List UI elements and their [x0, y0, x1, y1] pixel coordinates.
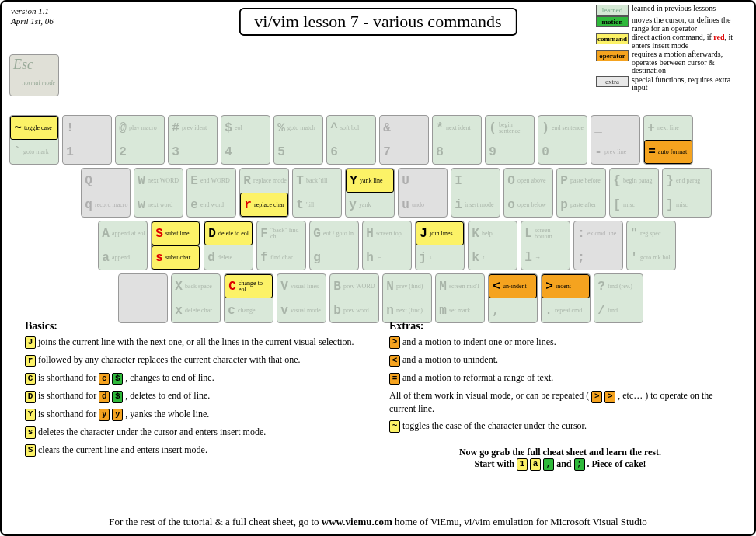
keycap: =auto format	[644, 140, 692, 164]
keycap: Cchange to eol	[225, 274, 273, 298]
keycap: U	[399, 169, 447, 193]
keycap: oopen below	[504, 193, 552, 217]
keycap: !	[63, 116, 111, 140]
key-W: Wnext WORDwnext word	[134, 168, 183, 218]
keycap: Khelp	[469, 221, 517, 245]
keycap: 3	[169, 140, 217, 164]
key-V: Vvisual linesvvisual mode	[277, 273, 326, 323]
key-R: Rreplace moderreplace char	[239, 168, 289, 218]
keycap: Yyank line	[346, 169, 394, 193]
keyboard-diagram: Escnormal mode ~toggle case`goto mark!1@…	[9, 54, 747, 326]
chip-tilde: ~	[389, 420, 400, 433]
keycap: ;	[574, 245, 622, 270]
key-%: %goto match5	[273, 115, 323, 165]
keycap: Hscreen top	[363, 221, 411, 245]
keycap: 7	[380, 140, 428, 164]
legend-motion-chip: motion	[596, 16, 629, 27]
keycap: qrecord macro	[82, 193, 130, 217]
key-I: Iiinsert mode	[451, 168, 500, 218]
keycap: Aappend at eol	[99, 221, 147, 245]
keycap: g	[310, 245, 358, 270]
legend-command-chip: command	[596, 33, 629, 44]
key-&: &7	[379, 115, 429, 165]
keycap: (begin sentence	[486, 116, 534, 140]
keycap: {begin parag	[610, 169, 658, 193]
keycap: ffind char	[257, 245, 305, 270]
extras-column: Extras: > and a motion to indent one or …	[381, 320, 739, 476]
keycap: uundo	[399, 193, 447, 217]
key-Y: Yyank lineyyank	[345, 168, 395, 218]
keycap: Geof / goto ln	[310, 221, 358, 245]
key-:: :ex cmd line;	[573, 221, 623, 270]
keycap: Jjoin lines	[416, 221, 464, 245]
keycap: >indent	[542, 274, 590, 298]
key-F: F"back" find chffind char	[256, 221, 306, 270]
key-?: ?find (rev.)/find	[594, 273, 643, 323]
version-info: version 1.1 April 1st, 06	[11, 6, 54, 26]
keycap: "reg spec	[627, 221, 675, 245]
key-": "reg spec'goto mk bol	[626, 221, 676, 270]
legend-learned-chip: learned	[596, 5, 629, 16]
keycap: 9	[486, 140, 534, 164]
keycap: *next ident	[433, 116, 481, 140]
key-<: <un-indent,	[488, 273, 538, 323]
keycap: h←	[363, 245, 411, 270]
keycap: j↓	[416, 245, 464, 270]
key-+: +next line=auto format	[643, 115, 693, 165]
key-S: Ssubst linessubst char	[151, 221, 200, 270]
key-K: Khelpk↑	[468, 221, 517, 270]
key-~: ~toggle case`goto mark	[9, 115, 59, 165]
keycap: F"back" find ch	[257, 221, 305, 245]
keycap: +next line	[644, 116, 692, 140]
key-L: Lscreen bottoml→	[521, 221, 570, 270]
key-@: @play macro2	[115, 115, 165, 165]
extras-heading: Extras:	[389, 320, 731, 332]
keycap: Vvisual lines	[277, 274, 326, 298]
keycap: yyank	[346, 193, 394, 217]
keycap: %goto match	[274, 116, 322, 140]
keycap: vvisual mode	[277, 298, 326, 322]
keycap: _	[591, 116, 639, 140]
key-_: _-prev line	[591, 115, 640, 165]
chip-J: J	[25, 336, 36, 349]
keycap: 1	[63, 140, 111, 164]
row-qwerty: Qqrecord macroWnext WORDwnext wordEend W…	[81, 168, 747, 218]
keycap: [misc	[610, 193, 658, 217]
cta-text: Now go grab the full cheat sheet and lea…	[389, 447, 731, 471]
key-E: Eend WORDeend word	[186, 168, 236, 218]
keycap: ]misc	[663, 193, 711, 217]
keycap: Tback 'till	[293, 169, 341, 193]
key-T: Tback 'tillt'till	[292, 168, 342, 218]
keycap: 0	[538, 140, 587, 164]
key-J: Jjoin linesj↓	[415, 221, 465, 270]
keycap: 6	[327, 140, 375, 164]
key-{: {begin parag[misc	[609, 168, 659, 218]
key-$: $eol4	[221, 115, 270, 165]
key-H: Hscreen toph←	[362, 221, 412, 270]
keycap: Oopen above	[504, 169, 552, 193]
chip-gt: >	[389, 336, 400, 349]
row-numbers: ~toggle case`goto mark!1@play macro2#pre…	[9, 115, 747, 165]
key-C: Cchange to eolcchange	[224, 273, 273, 323]
basics-column: Basics: J joins the current line with th…	[17, 320, 375, 476]
keycap: t'till	[293, 193, 341, 217]
key-M: Mscreen mid'lmset mark	[435, 273, 485, 323]
chip-lt: <	[389, 355, 400, 367]
key-): )end sentence0	[538, 115, 587, 165]
keycap: 4	[221, 140, 270, 164]
keycap: /find	[594, 298, 643, 322]
key-blank	[118, 273, 168, 323]
key-(: (begin sentence9	[485, 115, 535, 165]
keycap: Bprev WORD	[330, 274, 378, 298]
keycap: Xback space	[172, 274, 220, 298]
chip-D: D	[25, 391, 36, 403]
footer-text: For the rest of the tutorial & a full ch…	[2, 516, 754, 528]
keycap: I	[451, 169, 500, 193]
keycap: `goto mark	[10, 140, 58, 164]
keycap: }end parag	[663, 169, 711, 193]
key->: >indent.repeat cmd	[541, 273, 591, 323]
key-O: Oopen aboveoopen below	[503, 168, 553, 218]
keycap: Ppaste before	[557, 169, 605, 193]
keycap: &	[380, 116, 428, 140]
key-*: *next ident8	[432, 115, 482, 165]
